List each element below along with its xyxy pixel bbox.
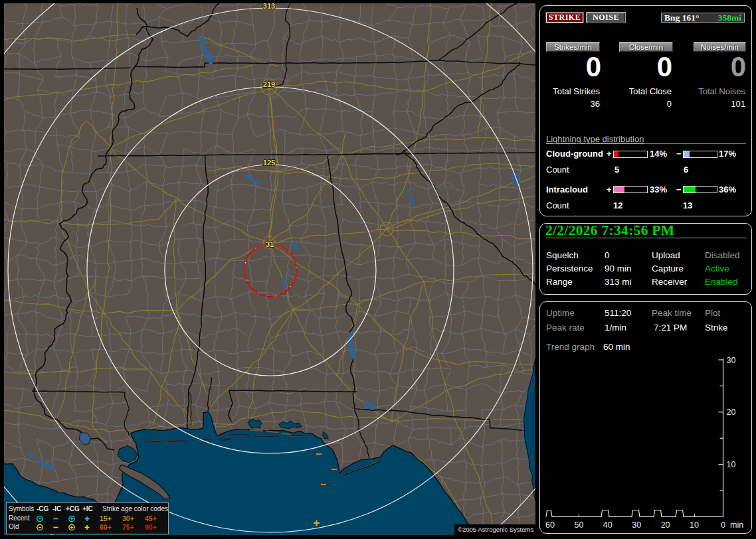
svg-text:10: 10: [727, 460, 736, 469]
svg-text:60: 60: [545, 520, 555, 530]
svg-text:30: 30: [727, 356, 736, 365]
svg-text:20: 20: [727, 408, 736, 417]
svg-text:20: 20: [661, 520, 670, 530]
svg-text:50: 50: [574, 520, 583, 530]
svg-text:min: min: [730, 520, 743, 530]
svg-text:0: 0: [721, 520, 725, 530]
svg-text:40: 40: [603, 520, 613, 530]
svg-text:30: 30: [632, 520, 641, 530]
svg-text:10: 10: [690, 520, 699, 530]
